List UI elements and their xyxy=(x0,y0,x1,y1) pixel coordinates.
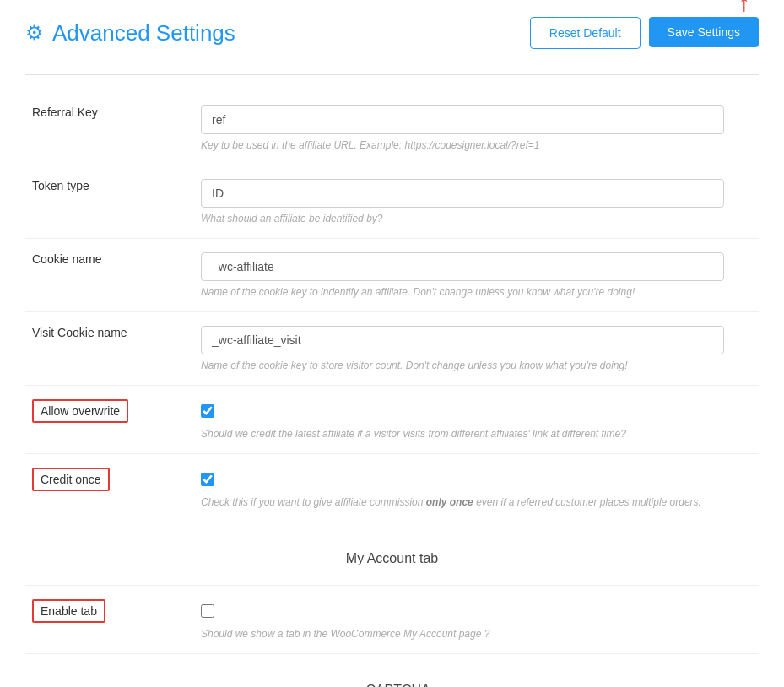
table-row: reCAPTCHA xyxy=(25,654,759,688)
allow-overwrite-checkbox-area: Should we credit the latest affiliate if… xyxy=(201,399,752,440)
recaptcha-section-heading-cell: reCAPTCHA xyxy=(25,654,759,688)
referral-key-label-cell: Referral Key xyxy=(25,92,194,165)
page-title: ⚙ Advanced Settings xyxy=(25,20,235,46)
token-type-value-cell: What should an affiliate be identified b… xyxy=(194,165,759,239)
reset-default-button[interactable]: Reset Default xyxy=(530,17,641,49)
cookie-name-input[interactable] xyxy=(201,252,724,281)
cookie-name-hint: Name of the cookie key to indentify an a… xyxy=(201,286,752,298)
referral-key-value-cell: Key to be used in the affiliate URL. Exa… xyxy=(194,92,759,165)
token-type-input[interactable] xyxy=(201,179,724,208)
cookie-name-value-cell: Name of the cookie key to indentify an a… xyxy=(194,239,759,312)
enable-tab-checkbox-area: Should we show a tab in the WooCommerce … xyxy=(201,599,752,640)
table-row: Enable tab Should we show a tab in the W… xyxy=(25,586,759,654)
allow-overwrite-label-cell: Allow overwrite xyxy=(25,386,194,454)
header-divider xyxy=(25,74,759,75)
cookie-name-label-cell: Cookie name xyxy=(25,239,194,312)
referral-key-hint: Key to be used in the affiliate URL. Exa… xyxy=(201,139,752,151)
credit-once-hint: Check this if you want to give affiliate… xyxy=(201,496,752,508)
token-type-hint: What should an affiliate be identified b… xyxy=(201,213,752,224)
allow-overwrite-hint: Should we credit the latest affiliate if… xyxy=(201,428,752,440)
my-account-section-heading-cell: My Account tab xyxy=(25,522,759,586)
cookie-name-label: Cookie name xyxy=(32,252,102,266)
enable-tab-label-cell: Enable tab xyxy=(25,586,194,654)
arrow-indicator: ↑ xyxy=(738,0,750,15)
enable-tab-checkbox[interactable] xyxy=(201,604,214,618)
visit-cookie-name-value-cell: Name of the cookie key to store visitor … xyxy=(194,312,759,386)
visit-cookie-name-hint: Name of the cookie key to store visitor … xyxy=(201,360,752,371)
allow-overwrite-checkbox[interactable] xyxy=(201,404,214,418)
title-text: Advanced Settings xyxy=(52,20,235,46)
table-row: Token type What should an affiliate be i… xyxy=(25,165,759,239)
token-type-label: Token type xyxy=(32,179,89,192)
token-type-label-cell: Token type xyxy=(25,165,194,239)
enable-tab-hint: Should we show a tab in the WooCommerce … xyxy=(201,628,752,640)
visit-cookie-name-label-cell: Visit Cookie name xyxy=(25,312,194,386)
credit-once-checkbox[interactable] xyxy=(201,473,214,486)
page-header: ⚙ Advanced Settings ↑ Reset Default Save… xyxy=(25,17,759,57)
settings-table: Referral Key Key to be used in the affil… xyxy=(25,92,759,687)
credit-once-checkbox-area: Check this if you want to give affiliate… xyxy=(201,468,752,508)
visit-cookie-name-label: Visit Cookie name xyxy=(32,326,127,339)
referral-key-input[interactable] xyxy=(201,105,724,134)
table-row: Allow overwrite Should we credit the lat… xyxy=(25,386,759,454)
recaptcha-section-heading: reCAPTCHA xyxy=(32,668,752,687)
allow-overwrite-value-cell: Should we credit the latest affiliate if… xyxy=(194,386,759,454)
table-row: Cookie name Name of the cookie key to in… xyxy=(25,239,759,312)
credit-once-label-cell: Credit once xyxy=(25,454,194,522)
table-row: My Account tab xyxy=(25,522,759,586)
enable-tab-label: Enable tab xyxy=(32,599,105,623)
visit-cookie-name-input[interactable] xyxy=(201,326,724,354)
save-settings-button[interactable]: Save Settings xyxy=(649,17,759,47)
table-row: Credit once Check this if you want to gi… xyxy=(25,454,759,522)
credit-once-value-cell: Check this if you want to give affiliate… xyxy=(194,454,759,522)
allow-overwrite-label: Allow overwrite xyxy=(32,399,128,423)
enable-tab-value-cell: Should we show a tab in the WooCommerce … xyxy=(194,586,759,654)
gear-icon: ⚙ xyxy=(25,21,44,45)
credit-once-label: Credit once xyxy=(32,468,110,491)
referral-key-label: Referral Key xyxy=(32,105,98,119)
my-account-section-heading: My Account tab xyxy=(32,536,752,571)
table-row: Visit Cookie name Name of the cookie key… xyxy=(25,312,759,386)
table-row: Referral Key Key to be used in the affil… xyxy=(25,92,759,165)
header-buttons: ↑ Reset Default Save Settings xyxy=(530,17,759,49)
